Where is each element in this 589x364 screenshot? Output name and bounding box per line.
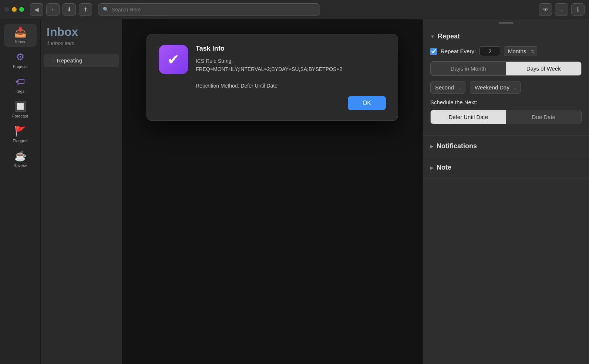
- repeat-chevron-icon: ▼: [430, 34, 435, 39]
- sidebar-item-tags[interactable]: 🏷 Tags: [4, 73, 37, 96]
- flagged-icon: 🚩: [14, 126, 26, 137]
- minus-button[interactable]: —: [555, 3, 568, 16]
- notifications-title: Notifications: [437, 142, 477, 150]
- sidebar: 📥 Inbox ⚙ Projects 🏷 Tags 🔲 Forecast 🚩 F…: [0, 19, 41, 364]
- repeat-unit-select[interactable]: Months: [504, 46, 537, 56]
- traffic-lights: [4, 7, 24, 12]
- sidebar-item-review[interactable]: ☕ Review: [4, 147, 37, 171]
- modal-overlay[interactable]: ✔ Task Info ICS Rule String: FREQ=MONTHL…: [122, 19, 423, 364]
- sidebar-toggle-icon: ◀: [34, 6, 39, 13]
- notifications-header: ▶ Notifications: [430, 142, 582, 150]
- modal-ok-button[interactable]: OK: [348, 96, 386, 110]
- sidebar-item-review-label: Review: [13, 163, 27, 168]
- search-icon: 🔍: [103, 7, 109, 12]
- ordinal-select[interactable]: Second First Third Fourth Last: [430, 81, 465, 94]
- day-type-select[interactable]: Weekend Day Sunday Monday Tuesday Wednes…: [470, 81, 521, 94]
- info-icon: ℹ: [577, 6, 579, 13]
- search-input[interactable]: [112, 7, 315, 13]
- ordinal-select-wrapper: Second First Third Fourth Last: [430, 81, 465, 94]
- detail-panel: ▼ Repeat Repeat Every: Months Days in Mo…: [423, 19, 589, 364]
- add-icon: +: [51, 6, 55, 13]
- titlebar-right: 👁 — ℹ: [539, 3, 585, 16]
- share-button[interactable]: ⬆: [79, 3, 92, 16]
- list-panel-title: Inbox: [41, 25, 122, 40]
- list-panel: Inbox 1 inbox item ··· Repeating: [41, 19, 122, 364]
- modal-body: ICS Rule String: FREQ=MONTHLY;INTERVAL=2…: [196, 57, 386, 90]
- repeat-interval-input[interactable]: [479, 46, 500, 56]
- minus-icon: —: [559, 6, 565, 13]
- modal-box: ✔ Task Info ICS Rule String: FREQ=MONTHL…: [147, 34, 398, 121]
- main-layout: 📥 Inbox ⚙ Projects 🏷 Tags 🔲 Forecast 🚩 F…: [0, 19, 589, 364]
- modal-icon-container: ✔: [159, 45, 188, 74]
- repeat-checkbox[interactable]: [430, 48, 437, 55]
- sidebar-toggle-button[interactable]: ◀: [30, 3, 43, 16]
- review-icon: ☕: [14, 150, 26, 162]
- content-area: ✔ Task Info ICS Rule String: FREQ=MONTHL…: [122, 19, 423, 364]
- days-in-month-button[interactable]: Days in Month: [431, 62, 506, 75]
- sidebar-item-forecast[interactable]: 🔲 Forecast: [4, 98, 37, 121]
- day-picker-row: Second First Third Fourth Last Weekend D…: [430, 81, 582, 94]
- sidebar-item-projects-label: Projects: [13, 64, 28, 69]
- repeat-section-title: Repeat: [438, 33, 460, 40]
- item-dots-icon: ···: [50, 58, 54, 64]
- ics-value: FREQ=MONTHLY;INTERVAL=2;BYDAY=SU,SA;BYSE…: [196, 66, 342, 72]
- days-of-week-button[interactable]: Days of Week: [506, 62, 582, 75]
- titlebar: ◀ + ⬇ ⬆ 🔍 👁 — ℹ: [0, 0, 589, 19]
- notifications-section[interactable]: ▶ Notifications: [423, 136, 589, 157]
- note-header: ▶ Note: [430, 164, 582, 171]
- add-item-button[interactable]: +: [46, 3, 60, 16]
- info-button[interactable]: ℹ: [571, 3, 585, 16]
- modal-title: Task Info: [196, 45, 386, 52]
- tags-icon: 🏷: [16, 76, 25, 88]
- search-bar: 🔍: [98, 3, 320, 16]
- due-date-button[interactable]: Due Date: [506, 110, 582, 124]
- sidebar-item-tags-label: Tags: [16, 89, 24, 93]
- defer-until-button[interactable]: Defer Until Date: [431, 110, 506, 124]
- schedule-next-label: Schedule the Next:: [430, 99, 582, 105]
- list-item-repeating-label: Repeating: [57, 57, 82, 64]
- close-button[interactable]: [4, 7, 9, 12]
- repeat-every-row: Repeat Every: Months: [430, 46, 582, 56]
- note-section[interactable]: ▶ Note: [423, 157, 589, 178]
- repeat-section: ▼ Repeat Repeat Every: Months Days in Mo…: [423, 27, 589, 136]
- repetition-method: Repetition Method: Defer Until Date: [196, 83, 277, 89]
- projects-icon: ⚙: [16, 51, 24, 63]
- checkmark-icon: ✔: [167, 51, 180, 68]
- download-button[interactable]: ⬇: [63, 3, 76, 16]
- ics-label: ICS Rule String:: [196, 58, 233, 64]
- forecast-icon: 🔲: [14, 101, 26, 112]
- notifications-arrow-icon: ▶: [430, 144, 434, 149]
- maximize-button[interactable]: [19, 7, 24, 12]
- day-type-select-wrapper: Weekend Day Sunday Monday Tuesday Wednes…: [470, 81, 521, 94]
- days-segmented-control: Days in Month Days of Week: [430, 61, 582, 76]
- schedule-segmented-control: Defer Until Date Due Date: [430, 110, 582, 124]
- view-button[interactable]: 👁: [539, 3, 552, 16]
- repeat-unit-wrapper: Months: [504, 46, 537, 56]
- note-arrow-icon: ▶: [430, 165, 434, 170]
- drag-handle-area: [423, 19, 589, 27]
- sidebar-item-projects[interactable]: ⚙ Projects: [4, 48, 37, 72]
- minimize-button[interactable]: [12, 7, 17, 12]
- note-title: Note: [437, 164, 451, 171]
- modal-content: Task Info ICS Rule String: FREQ=MONTHLY;…: [196, 45, 386, 110]
- sidebar-item-inbox-label: Inbox: [15, 40, 25, 44]
- sidebar-item-forecast-label: Forecast: [12, 114, 28, 118]
- repeat-section-header: ▼ Repeat: [430, 33, 582, 40]
- drag-handle: [499, 22, 514, 24]
- repeat-every-label: Repeat Every:: [441, 48, 476, 54]
- download-icon: ⬇: [67, 6, 72, 13]
- list-panel-subtitle: 1 inbox item: [41, 40, 122, 52]
- app-icon: ✔: [159, 45, 188, 74]
- sidebar-item-inbox[interactable]: 📥 Inbox: [4, 24, 37, 47]
- share-icon: ⬆: [83, 6, 88, 13]
- eye-icon: 👁: [543, 6, 548, 13]
- list-item-repeating[interactable]: ··· Repeating: [44, 54, 119, 67]
- sidebar-item-flagged[interactable]: 🚩 Flagged: [4, 123, 37, 146]
- inbox-icon: 📥: [14, 27, 26, 38]
- sidebar-item-flagged-label: Flagged: [13, 139, 28, 143]
